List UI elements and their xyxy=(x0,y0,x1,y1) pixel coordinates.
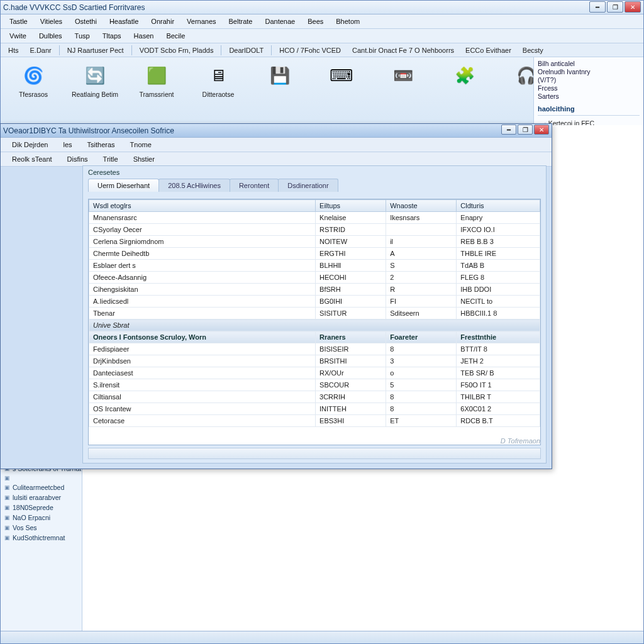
grid-cell[interactable]: BTT/IT 8 xyxy=(457,343,540,355)
child-menu-item[interactable]: les xyxy=(55,139,79,150)
menu-item[interactable]: Bees xyxy=(301,16,330,27)
menu-item[interactable]: Beltrate xyxy=(223,16,259,27)
grid-cell[interactable]: THILBR T xyxy=(457,391,540,403)
child-menu-item[interactable]: Tsitheras xyxy=(80,139,123,150)
child-menu-item[interactable]: Reolk sTeant xyxy=(4,153,60,165)
grid-cell[interactable]: il xyxy=(386,236,457,248)
grid-cell[interactable]: BG0IHI xyxy=(316,296,386,308)
grid-cell[interactable]: EBS3HI xyxy=(316,415,386,427)
grid-cell[interactable]: S xyxy=(386,260,457,272)
tab[interactable]: Uerm Dieserhant xyxy=(88,179,159,192)
tab[interactable]: 208.5 AcHliwines xyxy=(158,179,230,192)
grid-cell[interactable]: 8 xyxy=(386,343,457,355)
right-extra-item[interactable]: Bilh anticalel xyxy=(538,60,640,67)
ribbon-item[interactable]: 🟩Tramssrient xyxy=(131,62,182,125)
ribbon-item[interactable]: 🌀Tfesrasos xyxy=(8,62,58,125)
grid-cell[interactable]: Mnanensrasrc xyxy=(89,212,316,224)
grid-cell[interactable]: 3CRRIH xyxy=(316,391,386,403)
grid-cell[interactable]: ERGTHI xyxy=(316,248,386,260)
toolbar-item[interactable]: Becsty xyxy=(519,47,547,54)
menu-item[interactable]: Vwite xyxy=(3,30,33,42)
grid-cell[interactable]: HBBCIII.1 8 xyxy=(457,308,540,319)
grid-cell[interactable]: OS Ircantew xyxy=(89,403,316,415)
sub-header[interactable]: Oneors I Fontsonse Scruloy, Worn xyxy=(89,331,316,343)
sidebar-item[interactable]: KudSothictremnat xyxy=(1,533,82,543)
child-menu-item[interactable]: Disfins xyxy=(60,153,96,165)
grid-cell[interactable] xyxy=(386,224,457,236)
menu-item[interactable]: Onrahir xyxy=(145,16,180,27)
grid-cell[interactable]: RSTRID xyxy=(316,224,386,236)
grid-cell[interactable]: Esblaer dert s xyxy=(89,260,316,272)
menu-item[interactable]: Hasen xyxy=(128,30,160,42)
grid-cell[interactable]: Fedispiaeer xyxy=(89,343,316,355)
grid-cell[interactable]: Danteciasest xyxy=(89,367,316,379)
child-menu-item[interactable]: Tnome xyxy=(123,139,159,150)
sidebar-item[interactable] xyxy=(1,474,82,482)
menu-item[interactable]: Bhetom xyxy=(330,16,366,27)
sidebar-item[interactable]: Vos Ses xyxy=(1,523,82,533)
toolbar-item[interactable]: ECCo Evithaer xyxy=(462,47,515,54)
right-extra-item[interactable]: Orelnudh Ivantnry xyxy=(538,68,640,75)
tab[interactable]: Rerontent xyxy=(230,179,279,192)
grid-cell[interactable]: FI xyxy=(386,296,457,308)
ribbon-item[interactable]: 📼 xyxy=(378,62,428,125)
grid-cell[interactable]: NECITL to xyxy=(457,296,540,308)
grid-cell[interactable]: IHB DDOI xyxy=(457,284,540,296)
sub-header[interactable]: Foareter xyxy=(386,331,457,343)
grid-cell[interactable]: RDCB B.T xyxy=(457,415,540,427)
menu-item[interactable]: Tastle xyxy=(3,16,34,27)
grid-cell[interactable]: Enapry xyxy=(457,212,540,224)
grid-cell[interactable]: 8 xyxy=(386,391,457,403)
grid-cell[interactable]: TdAB B xyxy=(457,260,540,272)
grid-cell[interactable]: Sditseern xyxy=(386,308,457,319)
sidebar-item[interactable]: 18N0Seprede xyxy=(1,502,82,513)
grid-cell[interactable]: Cerlena Sirgniomdnom xyxy=(89,236,316,248)
child-close-button[interactable]: ✕ xyxy=(534,125,549,135)
child-menu-item[interactable]: Shstier xyxy=(126,153,162,165)
toolbar-item[interactable]: VODT Scbo Frn, Pladds xyxy=(136,47,218,54)
grid-cell[interactable]: INITTEH xyxy=(316,403,386,415)
toolbar-item[interactable]: NJ Raartuser Pect xyxy=(64,47,128,54)
grid-cell[interactable]: TEB SR/ B xyxy=(457,367,540,379)
grid-cell[interactable]: CSyorlay Oecer xyxy=(89,224,316,236)
menu-item[interactable]: Tusp xyxy=(69,30,96,42)
grid-cell[interactable]: o xyxy=(386,367,457,379)
menu-item[interactable]: Dulbles xyxy=(33,30,69,42)
ribbon-item[interactable]: 🔄Reatlaing Betim xyxy=(70,62,120,125)
column-header[interactable]: Cldturis xyxy=(457,200,540,212)
grid-cell[interactable]: REB B.B 3 xyxy=(457,236,540,248)
toolbar-item[interactable]: DearlDOLT xyxy=(225,47,267,54)
grid-cell[interactable]: R xyxy=(386,284,457,296)
grid-cell[interactable]: DrjKinbdsen xyxy=(89,355,316,367)
maximize-button[interactable]: ❐ xyxy=(607,1,623,13)
grid-pager[interactable] xyxy=(88,448,541,459)
grid-cell[interactable]: Ciltiansal xyxy=(89,391,316,403)
grid-cell[interactable]: 2 xyxy=(386,272,457,284)
grid-cell[interactable]: BISISEIR xyxy=(316,343,386,355)
column-header[interactable]: Wsdl etoglrs xyxy=(89,200,316,212)
menu-item[interactable]: Vitieles xyxy=(34,16,69,27)
grid-cell[interactable]: NOITEW xyxy=(316,236,386,248)
grid-cell[interactable]: Cetoracse xyxy=(89,415,316,427)
ribbon-item[interactable]: ⌨ xyxy=(316,62,367,125)
grid-cell[interactable]: Cihengsiskitan xyxy=(89,284,316,296)
grid-cell[interactable]: 3 xyxy=(386,355,457,367)
column-header[interactable]: Wnaoste xyxy=(386,200,457,212)
grid-cell[interactable]: Knelaise xyxy=(316,212,386,224)
menu-item[interactable]: Dantenae xyxy=(258,16,301,27)
menu-item[interactable]: Vernanes xyxy=(180,16,222,27)
grid-cell[interactable]: BfSRH xyxy=(316,284,386,296)
grid-cell[interactable]: Ikesnsars xyxy=(386,212,457,224)
child-maximize-button[interactable]: ❐ xyxy=(518,125,533,135)
grid-cell[interactable]: Tbenar xyxy=(89,308,316,319)
menu-item[interactable]: Heasfatle xyxy=(103,16,145,27)
ribbon-item[interactable]: 💾 xyxy=(255,62,305,125)
minimize-button[interactable]: ━ xyxy=(589,1,606,13)
grid-cell[interactable]: F50O IT 1 xyxy=(457,379,540,391)
right-extra-item[interactable]: Sarters xyxy=(538,92,640,100)
ribbon-item[interactable]: 🧩 xyxy=(440,62,490,125)
menu-item[interactable]: Tltaps xyxy=(96,30,128,42)
grid-cell[interactable]: 5 xyxy=(386,379,457,391)
grid-cell[interactable]: 6X0C01 2 xyxy=(457,403,540,415)
grid-cell[interactable]: A xyxy=(386,248,457,260)
